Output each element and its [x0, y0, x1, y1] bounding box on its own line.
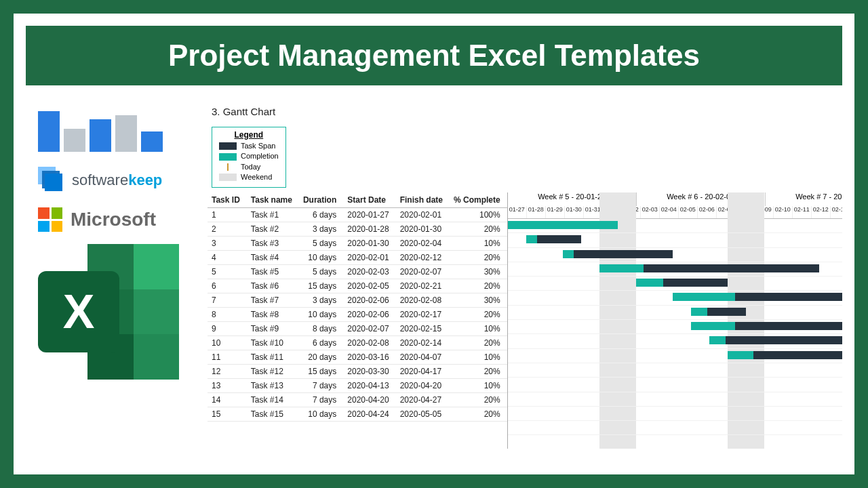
cell-duration[interactable]: 15 days [299, 365, 343, 379]
cell-name[interactable]: Task #13 [247, 379, 299, 393]
cell-id[interactable]: 3 [208, 237, 247, 251]
cell-start[interactable]: 2020-04-20 [343, 393, 395, 407]
cell-id[interactable]: 2 [208, 222, 247, 237]
cell-finish[interactable]: 2020-02-08 [396, 293, 450, 308]
cell-id[interactable]: 10 [208, 336, 247, 350]
cell-name[interactable]: Task #4 [247, 251, 299, 265]
cell-duration[interactable]: 7 days [299, 393, 343, 407]
cell-pct[interactable]: 20% [450, 251, 507, 265]
cell-id[interactable]: 14 [208, 393, 247, 407]
cell-start[interactable]: 2020-04-24 [343, 407, 395, 422]
table-row[interactable]: 13Task #137 days2020-04-132020-04-2010% [208, 379, 507, 393]
table-row[interactable]: 15Task #1510 days2020-04-242020-05-0520% [208, 407, 507, 422]
cell-pct[interactable]: 20% [450, 407, 507, 422]
cell-finish[interactable]: 2020-02-17 [396, 308, 450, 322]
table-row[interactable]: 4Task #410 days2020-02-012020-02-1220% [208, 251, 507, 265]
col-start[interactable]: Start Date [343, 192, 395, 208]
col-finish[interactable]: Finish date [396, 192, 450, 208]
cell-id[interactable]: 5 [208, 265, 247, 279]
cell-pct[interactable]: 20% [450, 279, 507, 293]
cell-id[interactable]: 7 [208, 293, 247, 308]
cell-duration[interactable]: 10 days [299, 407, 343, 422]
cell-duration[interactable]: 8 days [299, 322, 343, 336]
cell-pct[interactable]: 10% [450, 379, 507, 393]
cell-name[interactable]: Task #3 [247, 237, 299, 251]
cell-duration[interactable]: 5 days [299, 265, 343, 279]
table-row[interactable]: 1Task #16 days2020-01-272020-02-01100% [208, 208, 507, 222]
col-pct[interactable]: % Complete [450, 192, 507, 208]
cell-name[interactable]: Task #15 [247, 407, 299, 422]
table-row[interactable]: 7Task #73 days2020-02-062020-02-0830% [208, 293, 507, 308]
cell-finish[interactable]: 2020-02-14 [396, 336, 450, 350]
cell-start[interactable]: 2020-02-06 [343, 308, 395, 322]
cell-finish[interactable]: 2020-01-30 [396, 222, 450, 237]
cell-pct[interactable]: 100% [450, 208, 507, 222]
cell-id[interactable]: 12 [208, 365, 247, 379]
cell-start[interactable]: 2020-01-30 [343, 237, 395, 251]
cell-id[interactable]: 15 [208, 407, 247, 422]
cell-duration[interactable]: 15 days [299, 279, 343, 293]
cell-duration[interactable]: 3 days [299, 222, 343, 237]
table-row[interactable]: 8Task #810 days2020-02-062020-02-1720% [208, 308, 507, 322]
table-row[interactable]: 3Task #35 days2020-01-302020-02-0410% [208, 237, 507, 251]
col-task-id[interactable]: Task ID [208, 192, 247, 208]
cell-pct[interactable]: 10% [450, 322, 507, 336]
cell-duration[interactable]: 10 days [299, 308, 343, 322]
cell-finish[interactable]: 2020-02-01 [396, 208, 450, 222]
cell-id[interactable]: 1 [208, 208, 247, 222]
cell-start[interactable]: 2020-02-06 [343, 293, 395, 308]
table-row[interactable]: 6Task #615 days2020-02-052020-02-2120% [208, 279, 507, 293]
cell-start[interactable]: 2020-02-03 [343, 265, 395, 279]
table-row[interactable]: 10Task #106 days2020-02-082020-02-1420% [208, 336, 507, 350]
cell-id[interactable]: 11 [208, 350, 247, 365]
cell-name[interactable]: Task #9 [247, 322, 299, 336]
cell-duration[interactable]: 6 days [299, 336, 343, 350]
cell-finish[interactable]: 2020-04-27 [396, 393, 450, 407]
cell-duration[interactable]: 6 days [299, 208, 343, 222]
cell-pct[interactable]: 10% [450, 237, 507, 251]
cell-finish[interactable]: 2020-02-04 [396, 237, 450, 251]
cell-start[interactable]: 2020-01-27 [343, 208, 395, 222]
cell-name[interactable]: Task #1 [247, 208, 299, 222]
col-task-name[interactable]: Task name [247, 192, 299, 208]
cell-name[interactable]: Task #12 [247, 365, 299, 379]
cell-start[interactable]: 2020-02-08 [343, 336, 395, 350]
cell-pct[interactable]: 20% [450, 308, 507, 322]
table-row[interactable]: 14Task #147 days2020-04-202020-04-2720% [208, 393, 507, 407]
cell-finish[interactable]: 2020-05-05 [396, 407, 450, 422]
cell-finish[interactable]: 2020-04-07 [396, 350, 450, 365]
cell-start[interactable]: 2020-02-05 [343, 279, 395, 293]
cell-pct[interactable]: 10% [450, 350, 507, 365]
cell-id[interactable]: 8 [208, 308, 247, 322]
cell-duration[interactable]: 10 days [299, 251, 343, 265]
cell-name[interactable]: Task #10 [247, 336, 299, 350]
cell-id[interactable]: 9 [208, 322, 247, 336]
col-duration[interactable]: Duration [299, 192, 343, 208]
cell-pct[interactable]: 20% [450, 222, 507, 237]
cell-finish[interactable]: 2020-04-20 [396, 379, 450, 393]
cell-start[interactable]: 2020-02-07 [343, 322, 395, 336]
cell-duration[interactable]: 20 days [299, 350, 343, 365]
cell-pct[interactable]: 20% [450, 393, 507, 407]
cell-name[interactable]: Task #14 [247, 393, 299, 407]
cell-finish[interactable]: 2020-04-17 [396, 365, 450, 379]
table-row[interactable]: 2Task #23 days2020-01-282020-01-3020% [208, 222, 507, 237]
cell-id[interactable]: 4 [208, 251, 247, 265]
cell-duration[interactable]: 3 days [299, 293, 343, 308]
cell-start[interactable]: 2020-01-28 [343, 222, 395, 237]
cell-name[interactable]: Task #11 [247, 350, 299, 365]
cell-name[interactable]: Task #5 [247, 265, 299, 279]
cell-pct[interactable]: 20% [450, 365, 507, 379]
table-row[interactable]: 11Task #1120 days2020-03-162020-04-0710% [208, 350, 507, 365]
cell-finish[interactable]: 2020-02-07 [396, 265, 450, 279]
cell-name[interactable]: Task #8 [247, 308, 299, 322]
cell-id[interactable]: 6 [208, 279, 247, 293]
table-row[interactable]: 5Task #55 days2020-02-032020-02-0730% [208, 265, 507, 279]
cell-id[interactable]: 13 [208, 379, 247, 393]
cell-start[interactable]: 2020-03-16 [343, 350, 395, 365]
table-row[interactable]: 12Task #1215 days2020-03-302020-04-1720% [208, 365, 507, 379]
cell-duration[interactable]: 5 days [299, 237, 343, 251]
cell-start[interactable]: 2020-03-30 [343, 365, 395, 379]
cell-finish[interactable]: 2020-02-15 [396, 322, 450, 336]
cell-duration[interactable]: 7 days [299, 379, 343, 393]
